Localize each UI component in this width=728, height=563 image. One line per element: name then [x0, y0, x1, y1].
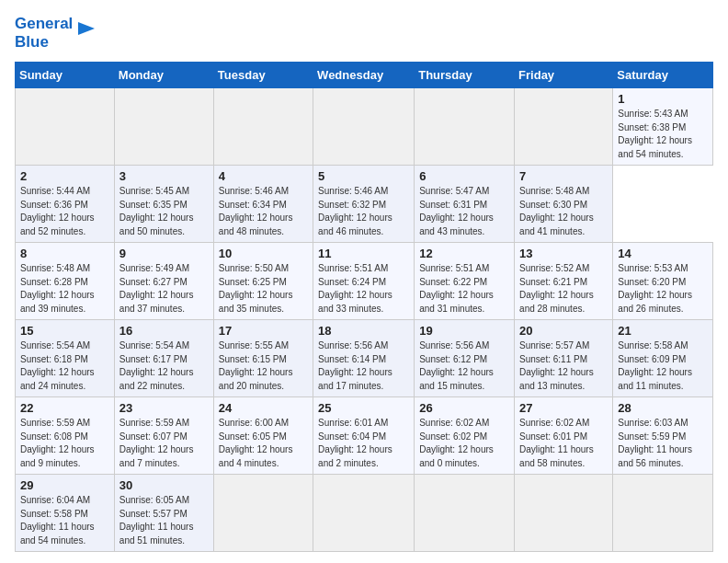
day-number: 19	[419, 324, 509, 338]
calendar-cell: 16Sunrise: 5:54 AM Sunset: 6:17 PM Dayli…	[114, 320, 213, 397]
day-number: 15	[20, 324, 109, 338]
calendar-cell: 13Sunrise: 5:52 AM Sunset: 6:21 PM Dayli…	[515, 243, 613, 320]
calendar-cell: 8Sunrise: 5:48 AM Sunset: 6:28 PM Daylig…	[16, 243, 115, 320]
day-info: Sunrise: 5:43 AM Sunset: 6:38 PM Dayligh…	[618, 108, 708, 161]
day-info: Sunrise: 5:44 AM Sunset: 6:36 PM Dayligh…	[20, 185, 109, 238]
weekday-header-row: SundayMondayTuesdayWednesdayThursdayFrid…	[16, 63, 713, 88]
calendar-cell	[213, 88, 313, 166]
day-info: Sunrise: 6:05 AM Sunset: 5:57 PM Dayligh…	[119, 494, 209, 547]
calendar-cell: 28Sunrise: 6:03 AM Sunset: 5:59 PM Dayli…	[613, 397, 713, 475]
calendar-week-6: 29Sunrise: 6:04 AM Sunset: 5:58 PM Dayli…	[16, 475, 713, 552]
logo-line2: Blue	[15, 33, 73, 52]
day-info: Sunrise: 6:02 AM Sunset: 6:01 PM Dayligh…	[519, 417, 608, 470]
calendar-cell: 24Sunrise: 6:00 AM Sunset: 6:05 PM Dayli…	[213, 397, 313, 475]
calendar-cell: 10Sunrise: 5:50 AM Sunset: 6:25 PM Dayli…	[213, 243, 313, 320]
calendar-cell: 7Sunrise: 5:48 AM Sunset: 6:30 PM Daylig…	[515, 166, 613, 243]
calendar-cell: 18Sunrise: 5:56 AM Sunset: 6:14 PM Dayli…	[313, 320, 415, 397]
day-number: 18	[318, 324, 409, 338]
calendar-week-2: 2Sunrise: 5:44 AM Sunset: 6:36 PM Daylig…	[16, 166, 713, 243]
calendar-cell	[313, 475, 415, 552]
weekday-tuesday: Tuesday	[213, 63, 313, 88]
calendar-cell	[515, 88, 613, 166]
calendar-cell	[613, 475, 713, 552]
calendar-cell	[415, 475, 515, 552]
calendar-cell: 17Sunrise: 5:55 AM Sunset: 6:15 PM Dayli…	[213, 320, 313, 397]
day-number: 8	[20, 247, 109, 260]
calendar-cell: 5Sunrise: 5:46 AM Sunset: 6:32 PM Daylig…	[313, 166, 415, 243]
calendar-cell	[114, 88, 213, 166]
calendar-cell: 22Sunrise: 5:59 AM Sunset: 6:08 PM Dayli…	[16, 397, 115, 475]
day-number: 24	[219, 401, 308, 415]
calendar-cell	[515, 475, 613, 552]
calendar-week-4: 15Sunrise: 5:54 AM Sunset: 6:18 PM Dayli…	[16, 320, 713, 397]
calendar-cell	[313, 88, 415, 166]
day-info: Sunrise: 5:49 AM Sunset: 6:27 PM Dayligh…	[119, 262, 209, 316]
day-number: 6	[419, 169, 509, 183]
calendar-week-3: 8Sunrise: 5:48 AM Sunset: 6:28 PM Daylig…	[16, 243, 713, 320]
day-info: Sunrise: 5:58 AM Sunset: 6:09 PM Dayligh…	[618, 339, 708, 393]
day-number: 25	[318, 401, 409, 415]
logo-line1: General	[15, 15, 73, 33]
day-info: Sunrise: 6:00 AM Sunset: 6:05 PM Dayligh…	[219, 417, 308, 470]
day-info: Sunrise: 5:56 AM Sunset: 6:12 PM Dayligh…	[419, 339, 509, 393]
weekday-monday: Monday	[114, 63, 213, 88]
calendar-cell: 14Sunrise: 5:53 AM Sunset: 6:20 PM Dayli…	[613, 243, 713, 320]
day-info: Sunrise: 5:57 AM Sunset: 6:11 PM Dayligh…	[519, 339, 608, 393]
day-number: 3	[119, 169, 209, 183]
weekday-wednesday: Wednesday	[313, 63, 415, 88]
day-info: Sunrise: 5:45 AM Sunset: 6:35 PM Dayligh…	[119, 185, 209, 238]
day-number: 21	[618, 324, 708, 338]
day-number: 30	[119, 478, 209, 492]
day-number: 11	[318, 247, 409, 260]
day-number: 20	[519, 324, 608, 338]
day-info: Sunrise: 6:04 AM Sunset: 5:58 PM Dayligh…	[20, 494, 109, 547]
calendar-cell: 1Sunrise: 5:43 AM Sunset: 6:38 PM Daylig…	[613, 88, 713, 166]
day-info: Sunrise: 5:51 AM Sunset: 6:24 PM Dayligh…	[318, 262, 409, 316]
svg-marker-0	[78, 22, 95, 35]
calendar-cell: 3Sunrise: 5:45 AM Sunset: 6:35 PM Daylig…	[114, 166, 213, 243]
day-number: 4	[219, 169, 308, 183]
day-info: Sunrise: 5:51 AM Sunset: 6:22 PM Dayligh…	[419, 262, 509, 316]
calendar-cell: 12Sunrise: 5:51 AM Sunset: 6:22 PM Dayli…	[415, 243, 515, 320]
calendar-body: 1Sunrise: 5:43 AM Sunset: 6:38 PM Daylig…	[16, 88, 713, 552]
day-info: Sunrise: 5:48 AM Sunset: 6:30 PM Dayligh…	[519, 185, 608, 238]
weekday-thursday: Thursday	[415, 63, 515, 88]
day-info: Sunrise: 5:46 AM Sunset: 6:32 PM Dayligh…	[318, 185, 409, 238]
day-number: 17	[219, 324, 308, 338]
day-info: Sunrise: 5:53 AM Sunset: 6:20 PM Dayligh…	[618, 262, 708, 316]
day-info: Sunrise: 5:50 AM Sunset: 6:25 PM Dayligh…	[219, 262, 308, 316]
day-number: 10	[219, 247, 308, 260]
calendar-cell	[213, 475, 313, 552]
day-number: 9	[119, 247, 209, 260]
calendar-cell: 4Sunrise: 5:46 AM Sunset: 6:34 PM Daylig…	[213, 166, 313, 243]
calendar-week-1: 1Sunrise: 5:43 AM Sunset: 6:38 PM Daylig…	[16, 88, 713, 166]
calendar-cell: 20Sunrise: 5:57 AM Sunset: 6:11 PM Dayli…	[515, 320, 613, 397]
calendar-cell: 30Sunrise: 6:05 AM Sunset: 5:57 PM Dayli…	[114, 475, 213, 552]
calendar-cell: 23Sunrise: 5:59 AM Sunset: 6:07 PM Dayli…	[114, 397, 213, 475]
weekday-saturday: Saturday	[613, 63, 713, 88]
calendar-cell: 29Sunrise: 6:04 AM Sunset: 5:58 PM Dayli…	[16, 475, 115, 552]
calendar-cell: 26Sunrise: 6:02 AM Sunset: 6:02 PM Dayli…	[415, 397, 515, 475]
day-number: 22	[20, 401, 109, 415]
calendar-cell: 6Sunrise: 5:47 AM Sunset: 6:31 PM Daylig…	[415, 166, 515, 243]
calendar-cell: 2Sunrise: 5:44 AM Sunset: 6:36 PM Daylig…	[16, 166, 115, 243]
calendar-cell	[16, 88, 115, 166]
day-number: 7	[519, 169, 608, 183]
calendar-week-5: 22Sunrise: 5:59 AM Sunset: 6:08 PM Dayli…	[16, 397, 713, 475]
day-info: Sunrise: 6:01 AM Sunset: 6:04 PM Dayligh…	[318, 417, 409, 470]
calendar-cell: 25Sunrise: 6:01 AM Sunset: 6:04 PM Dayli…	[313, 397, 415, 475]
calendar-cell: 21Sunrise: 5:58 AM Sunset: 6:09 PM Dayli…	[613, 320, 713, 397]
day-number: 26	[419, 401, 509, 415]
day-info: Sunrise: 5:54 AM Sunset: 6:17 PM Dayligh…	[119, 339, 209, 393]
calendar-cell: 9Sunrise: 5:49 AM Sunset: 6:27 PM Daylig…	[114, 243, 213, 320]
day-number: 14	[618, 247, 708, 260]
calendar-table: SundayMondayTuesdayWednesdayThursdayFrid…	[15, 62, 713, 552]
day-info: Sunrise: 5:59 AM Sunset: 6:07 PM Dayligh…	[119, 417, 209, 470]
day-number: 16	[119, 324, 209, 338]
calendar-cell: 19Sunrise: 5:56 AM Sunset: 6:12 PM Dayli…	[415, 320, 515, 397]
day-info: Sunrise: 5:54 AM Sunset: 6:18 PM Dayligh…	[20, 339, 109, 393]
calendar-cell: 11Sunrise: 5:51 AM Sunset: 6:24 PM Dayli…	[313, 243, 415, 320]
day-number: 13	[519, 247, 608, 260]
day-number: 23	[119, 401, 209, 415]
page-header: General Blue	[15, 15, 713, 51]
